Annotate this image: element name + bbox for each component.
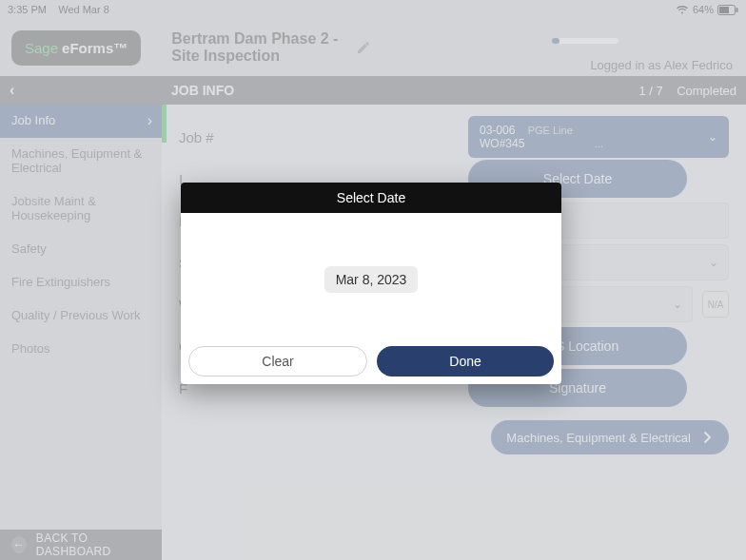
modal-body: Mar 8, 2023 [181,213,561,346]
clear-button[interactable]: Clear [188,346,367,377]
modal-title: Select Date [337,190,405,205]
date-value-chip[interactable]: Mar 8, 2023 [324,266,419,293]
modal-footer: Clear Done [181,346,561,384]
modal-title-bar: Select Date [181,183,561,213]
clear-button-label: Clear [262,354,293,369]
done-button[interactable]: Done [377,346,554,377]
date-value-text: Mar 8, 2023 [336,272,407,287]
done-button-label: Done [449,354,481,369]
date-picker-modal: Select Date Mar 8, 2023 Clear Done [181,183,561,384]
